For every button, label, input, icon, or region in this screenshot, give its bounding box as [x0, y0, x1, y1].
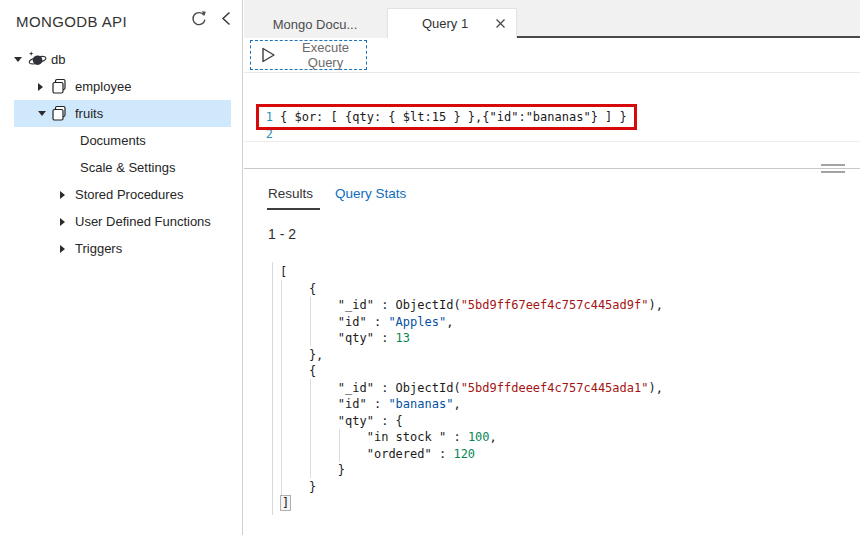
sidebar-header: MONGODB API	[0, 8, 242, 34]
result-line: }	[280, 479, 663, 496]
caret-right-icon[interactable]	[60, 245, 73, 253]
sidebar-item-label: employee	[75, 79, 131, 94]
tab-label: Mongo Docu...	[273, 17, 358, 32]
tab-query-1[interactable]: Query 1	[387, 8, 517, 38]
result-line: {	[280, 363, 663, 380]
collection-icon	[51, 105, 73, 122]
close-tab-icon[interactable]	[490, 14, 510, 34]
result-line: "id" : "Apples",	[280, 314, 663, 331]
sidebar-item-db[interactable]: db	[0, 46, 241, 73]
results-json: [ { "_id" : ObjectId("5bd9ff67eef4c757c4…	[280, 264, 663, 512]
command-bar: Execute Query	[244, 38, 860, 73]
results-tabs: Results Query Stats	[267, 186, 406, 210]
result-line: "_id" : ObjectId("5bd9ff67eef4c757c445ad…	[280, 297, 663, 314]
caret-right-icon[interactable]	[60, 191, 73, 199]
caret-right-icon[interactable]	[60, 218, 73, 226]
line-number: 2	[257, 126, 273, 143]
resource-tree: dbemployeefruitsDocumentsScale & Setting…	[0, 46, 241, 262]
sidebar-item-employee[interactable]: employee	[0, 73, 241, 100]
refresh-icon[interactable]	[188, 8, 208, 28]
tab-mongo-documents[interactable]: Mongo Docu...	[258, 10, 372, 38]
sidebar: MONGODB API dbemployeefruitsDocumentsSca…	[0, 0, 243, 535]
result-line: "_id" : ObjectId("5bd9ffdeeef4c757c445ad…	[280, 380, 663, 397]
results-splitter[interactable]	[244, 168, 860, 169]
sidebar-item-label: User Defined Functions	[75, 214, 211, 229]
result-line: [	[280, 264, 663, 281]
editor-left-border	[272, 262, 273, 515]
result-line: }	[280, 462, 663, 479]
result-line: "qty" : {	[280, 413, 663, 430]
caret-down-icon[interactable]	[14, 57, 27, 62]
cosmos-db-icon	[27, 51, 49, 68]
tab-results[interactable]: Results	[267, 186, 320, 210]
collapse-sidebar-icon[interactable]	[216, 8, 236, 28]
line-number: 1	[257, 109, 273, 126]
line-number-gutter: 1 2	[257, 109, 273, 143]
query-text[interactable]: { $or: [ {qty: { $lt:15 } },{"id":"banan…	[280, 109, 627, 126]
result-line: "qty" : 13	[280, 330, 663, 347]
result-line: },	[280, 347, 663, 364]
sidebar-item-scale-settings[interactable]: Scale & Settings	[0, 154, 241, 181]
splitter-grip[interactable]	[821, 164, 845, 166]
sidebar-item-documents[interactable]: Documents	[0, 127, 241, 154]
result-line: ]	[280, 495, 663, 512]
sidebar-item-triggers[interactable]: Triggers	[0, 235, 241, 262]
splitter-grip[interactable]	[821, 171, 845, 173]
sidebar-item-label: Triggers	[75, 241, 122, 256]
sidebar-item-label: db	[51, 52, 65, 67]
cosmos-data-explorer: MONGODB API dbemployeefruitsDocumentsSca…	[0, 0, 860, 535]
play-icon	[261, 47, 276, 63]
sidebar-item-label: fruits	[75, 106, 103, 121]
result-line: {	[280, 281, 663, 298]
tab-label: Query 1	[388, 16, 490, 31]
result-range-label: 1 - 2	[268, 226, 296, 242]
query-editor[interactable]: 1 2 { $or: [ {qty: { $lt:15 } },{"id":"b…	[244, 73, 860, 142]
caret-right-icon[interactable]	[38, 83, 51, 91]
sidebar-item-fruits[interactable]: fruits	[0, 100, 241, 127]
sidebar-item-label: Scale & Settings	[80, 160, 175, 175]
execute-query-button[interactable]: Execute Query	[250, 40, 367, 70]
result-line: "in stock " : 100,	[280, 429, 663, 446]
results-editor[interactable]: [ { "_id" : ObjectId("5bd9ff67eef4c757c4…	[244, 255, 860, 535]
execute-query-label: Execute Query	[285, 40, 366, 70]
tab-bar: Mongo Docu... Query 1	[244, 0, 860, 38]
collection-icon	[51, 78, 73, 95]
caret-down-icon[interactable]	[38, 111, 51, 116]
result-line: "id" : "bananas",	[280, 396, 663, 413]
sidebar-title: MONGODB API	[16, 13, 127, 30]
sidebar-item-label: Stored Procedures	[75, 187, 183, 202]
sidebar-item-label: Documents	[80, 133, 146, 148]
tab-query-stats[interactable]: Query Stats	[335, 186, 406, 201]
result-line: "ordered" : 120	[280, 446, 663, 463]
sidebar-item-user-defined-functions[interactable]: User Defined Functions	[0, 208, 241, 235]
sidebar-item-stored-procedures[interactable]: Stored Procedures	[0, 181, 241, 208]
